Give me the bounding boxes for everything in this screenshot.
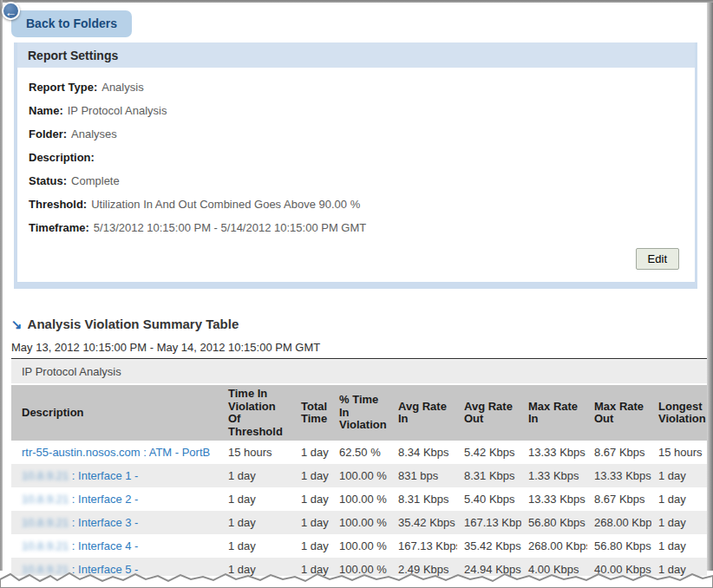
field-value: Analyses — [71, 127, 117, 140]
field-label: Name: — [29, 104, 63, 117]
column-header: Total Time — [294, 385, 332, 441]
column-header: Avg Rate In — [391, 385, 457, 441]
summary-timeframe: May 13, 2012 10:15:00 PM - May 14, 2012 … — [11, 341, 707, 359]
interface-link[interactable]: 10.8.9.21 : Interface 2 - — [22, 493, 138, 506]
report-field-row: Status:Complete — [29, 174, 684, 187]
table-cell: 8.34 Kbps — [391, 441, 457, 464]
field-value: Complete — [71, 174, 120, 187]
table-cell: 56.80 Kbps — [587, 534, 651, 558]
table-body: rtr-55-austin.nosos.com : ATM - PortB15 … — [11, 441, 707, 576]
report-field-row: Report Type:Analysis — [29, 81, 684, 94]
column-header: Avg Rate Out — [457, 385, 521, 441]
table-cell: 1 day — [294, 511, 332, 534]
table-cell: 15 hours — [221, 441, 294, 464]
table-cell: 13.33 Kbps — [521, 441, 587, 464]
description-cell: 10.8.9.21 : Interface 1 - — [11, 464, 221, 487]
edit-button[interactable]: Edit — [636, 248, 679, 270]
column-header: Max Rate Out — [587, 385, 651, 441]
table-cell: 8.31 Kbps — [391, 487, 457, 511]
table-cell: 15 hours — [651, 441, 707, 464]
table-row: rtr-55-austin.nosos.com : ATM - PortB15 … — [11, 441, 707, 464]
table-row: 10.8.9.21 : Interface 3 -1 day1 day100.0… — [11, 511, 707, 534]
table-cell: 100.00 % — [332, 464, 391, 487]
subtable-title: IP Protocol Analysis — [11, 360, 707, 383]
interface-link[interactable]: 10.8.9.21 : Interface 3 - — [22, 516, 138, 529]
table-cell: 13.33 Kbps — [521, 487, 587, 511]
field-label: Timeframe: — [29, 221, 89, 234]
column-header: Description — [11, 385, 221, 441]
field-value: IP Protocol Analysis — [68, 104, 167, 117]
table-cell: 100.00 % — [332, 534, 391, 558]
field-label: Description: — [29, 151, 95, 164]
column-header: % Time In Violation — [332, 385, 391, 441]
field-label: Report Type: — [29, 81, 97, 94]
interface-link[interactable]: 10.8.9.21 : Interface 1 - — [22, 469, 138, 482]
report-viewer-window: Back to Folders Report Settings Report T… — [0, 0, 713, 588]
table-cell: 1 day — [221, 511, 294, 534]
summary-title: Analysis Violation Summary Table — [28, 317, 239, 331]
section-arrow-icon: ↘ — [11, 317, 23, 331]
table-cell: 100.00 % — [332, 511, 391, 534]
table-cell: 268.00 Kbps — [587, 511, 651, 534]
window-frame-shadow — [707, 3, 713, 571]
table-cell: 1 day — [221, 487, 294, 511]
column-header: Max Rate In — [521, 385, 587, 441]
table-cell: 5.40 Kbps — [457, 487, 521, 511]
table-cell: 1 day — [294, 487, 332, 511]
report-settings-panel: Report Settings Report Type:AnalysisName… — [14, 42, 697, 289]
report-fields-list: Report Type:AnalysisName:IP Protocol Ana… — [29, 81, 684, 234]
column-header: Longest Violation — [651, 385, 707, 441]
table-cell: 62.50 % — [332, 441, 391, 464]
redacted-ip: 10.8.9.21 — [22, 516, 69, 529]
report-settings-title: Report Settings — [17, 42, 695, 68]
summary-section-header: ↘Analysis Violation Summary Table — [11, 317, 703, 332]
violation-summary-section: ↘Analysis Violation Summary Table May 13… — [11, 317, 703, 576]
table-row: 10.8.9.21 : Interface 4 -1 day1 day100.0… — [11, 534, 707, 558]
description-cell: 10.8.9.21 : Interface 3 - — [11, 511, 221, 534]
table-cell: 8.67 Kbps — [587, 441, 651, 464]
back-arrow-icon[interactable]: ← — [2, 2, 20, 20]
table-row: 10.8.9.21 : Interface 1 -1 day1 day100.0… — [11, 464, 707, 487]
table-cell: 167.13 Kbps — [457, 511, 521, 534]
table-row: 10.8.9.21 : Interface 2 -1 day1 day100.0… — [11, 487, 707, 511]
field-value: 5/13/2012 10:15:00 PM - 5/14/2012 10:15:… — [94, 221, 366, 234]
table-cell: 8.67 Kbps — [587, 487, 651, 511]
table-cell: 5.42 Kbps — [457, 441, 521, 464]
back-to-folders-button[interactable]: Back to Folders — [11, 10, 132, 37]
table-cell: 1 day — [651, 511, 707, 534]
column-header: Time In Violation Of Threshold — [221, 385, 294, 441]
interface-link[interactable]: rtr-55-austin.nosos.com : ATM - PortB — [22, 446, 210, 459]
edit-button-row: Edit — [29, 245, 684, 275]
redacted-ip: 10.8.9.21 — [22, 469, 69, 482]
back-arrow-glyph: ← — [5, 5, 17, 19]
field-label: Status: — [29, 174, 67, 187]
table-cell: 1 day — [221, 534, 294, 558]
table-cell: 1 day — [651, 534, 707, 558]
table-cell: 8.31 Kbps — [457, 464, 521, 487]
redacted-ip: 10.8.9.21 — [22, 493, 69, 506]
table-header-row: DescriptionTime In Violation Of Threshol… — [11, 385, 707, 441]
table-cell: 100.00 % — [332, 487, 391, 511]
field-value: Analysis — [101, 81, 143, 94]
table-cell: 1.33 Kbps — [521, 464, 587, 487]
report-field-row: Folder:Analyses — [29, 127, 684, 140]
table-cell: 1 day — [294, 534, 332, 558]
report-field-row: Description: — [29, 151, 684, 164]
table-cell: 1 day — [221, 464, 294, 487]
interface-link[interactable]: 10.8.9.21 : Interface 4 - — [22, 539, 138, 552]
redacted-ip: 10.8.9.21 — [22, 539, 69, 552]
description-cell: 10.8.9.21 : Interface 4 - — [11, 534, 221, 558]
table-cell: 1 day — [294, 464, 332, 487]
torn-edge-decoration — [0, 569, 713, 588]
table-cell: 35.42 Kbps — [391, 511, 457, 534]
report-field-row: Timeframe:5/13/2012 10:15:00 PM - 5/14/2… — [29, 221, 684, 234]
page-content: Back to Folders Report Settings Report T… — [3, 3, 707, 576]
table-cell: 1 day — [651, 487, 707, 511]
table-cell: 268.00 Kbps — [521, 534, 587, 558]
table-cell: 13.33 Kbps — [587, 464, 651, 487]
field-label: Folder: — [29, 127, 67, 140]
table-cell: 1 day — [294, 441, 332, 464]
violation-summary-table: DescriptionTime In Violation Of Threshol… — [11, 385, 707, 576]
report-field-row: Name:IP Protocol Analysis — [29, 104, 684, 117]
field-value: Utilization In And Out Combined Goes Abo… — [91, 198, 360, 211]
